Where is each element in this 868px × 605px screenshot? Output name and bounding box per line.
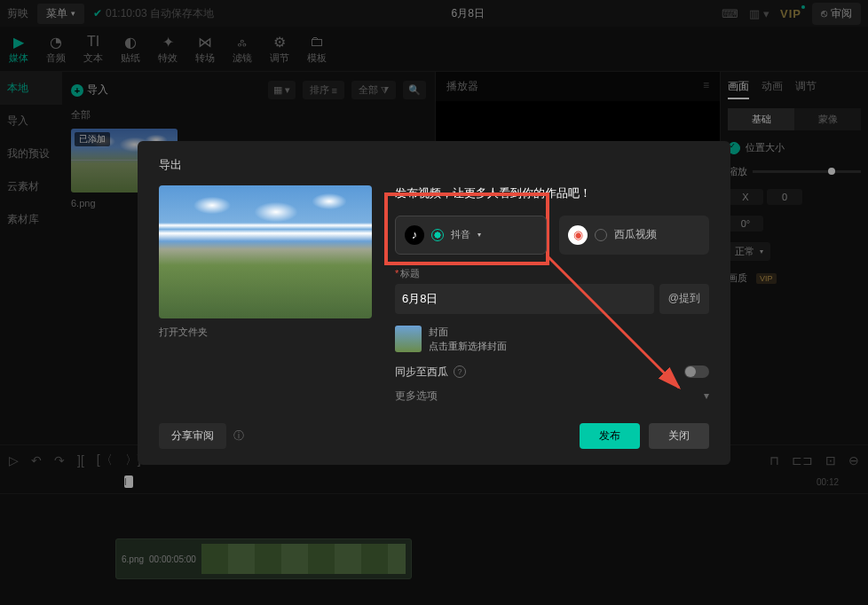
xigua-icon: ◉ <box>568 225 588 245</box>
more-label: 更多选项 <box>395 389 438 404</box>
platform-label: 抖音 <box>451 228 470 241</box>
close-button[interactable]: 关闭 <box>649 423 709 449</box>
cover-thumbnail[interactable] <box>395 326 422 352</box>
title-input[interactable]: 6月8日 <box>395 284 654 314</box>
export-modal: 导出 打开文件夹 发布视频，让更多人看到你的作品吧！ ♪ 抖音 <box>138 141 730 465</box>
cover-label: 封面 <box>429 325 507 340</box>
more-options[interactable]: 更多选项 ▾ <box>395 389 709 404</box>
platform-label: 西瓜视频 <box>614 227 657 242</box>
help-icon[interactable]: ⓘ <box>233 428 244 444</box>
help-icon[interactable]: ? <box>454 365 466 378</box>
cover-hint[interactable]: 点击重新选择封面 <box>429 339 507 354</box>
sync-label: 同步至西瓜 <box>395 365 448 380</box>
modal-title: 导出 <box>159 157 709 173</box>
share-review-button[interactable]: 分享审阅 <box>159 423 226 449</box>
mention-button[interactable]: @提到 <box>659 284 709 314</box>
douyin-icon: ♪ <box>405 225 424 245</box>
sync-toggle[interactable] <box>684 365 709 378</box>
platform-xigua[interactable]: ◉ 西瓜视频 <box>559 216 709 255</box>
radio-icon <box>595 229 607 241</box>
title-field-label: *标题 <box>395 267 709 280</box>
publish-headline: 发布视频，让更多人看到你的作品吧！ <box>395 185 709 201</box>
open-folder-link[interactable]: 打开文件夹 <box>159 326 372 339</box>
label-text: 标题 <box>400 267 420 280</box>
export-preview <box>159 185 372 318</box>
publish-button[interactable]: 发布 <box>580 423 640 449</box>
modal-backdrop: 导出 打开文件夹 发布视频，让更多人看到你的作品吧！ ♪ 抖音 <box>0 0 868 605</box>
chevron-down-icon: ▾ <box>704 389 709 402</box>
radio-icon <box>431 229 444 241</box>
platform-douyin[interactable]: ♪ 抖音 <box>395 216 547 255</box>
